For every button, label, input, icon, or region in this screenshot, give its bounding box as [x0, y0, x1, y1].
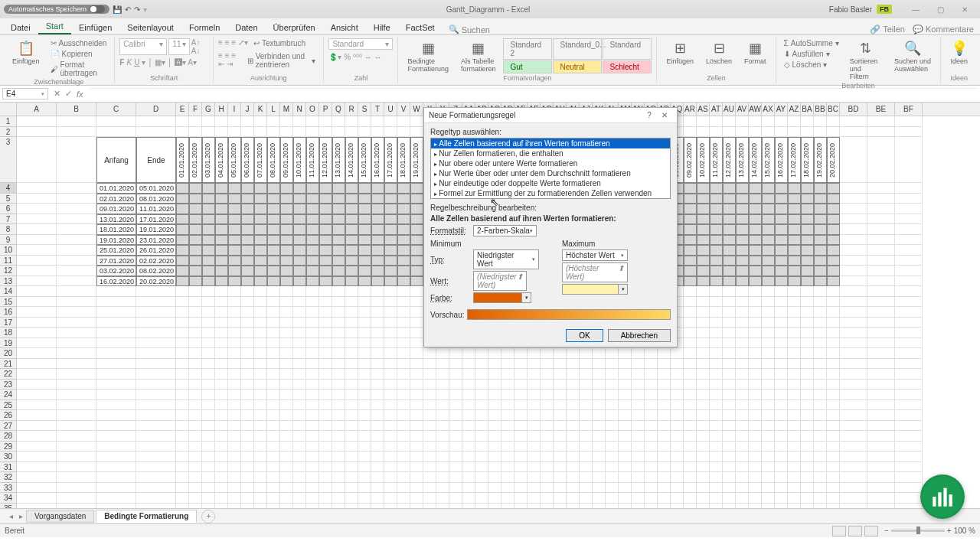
row-header[interactable]: 25	[0, 400, 17, 411]
wrap-text-button[interactable]: ↩ Textumbruch	[250, 38, 309, 48]
view-page-layout-button[interactable]	[848, 526, 862, 536]
maximize-button[interactable]: ▢	[929, 2, 952, 16]
col-header[interactable]: BF	[895, 103, 923, 116]
undo-icon[interactable]: ↶	[125, 5, 131, 14]
conditional-formatting-button[interactable]: ▦Bedingte Formatierung	[403, 38, 453, 74]
add-sheet-button[interactable]: +	[201, 510, 215, 523]
row-header[interactable]: 1	[0, 116, 17, 127]
col-header[interactable]: AT	[710, 103, 723, 116]
style-gut[interactable]: Gut	[503, 60, 552, 73]
share-button[interactable]: 🔗 Teilen	[870, 24, 905, 34]
row-header[interactable]: 22	[0, 369, 17, 380]
tab-ueberpruefen[interactable]: Überprüfen	[266, 21, 323, 34]
save-icon[interactable]: 💾	[113, 5, 122, 14]
row-header[interactable]: 26	[0, 410, 17, 421]
style-neutral[interactable]: Neutral	[553, 60, 602, 73]
row-header[interactable]: 34	[0, 493, 17, 504]
rule-type-item[interactable]: Nur obere oder untere Werte formatieren	[431, 158, 670, 168]
fx-icon[interactable]: fx	[77, 90, 83, 99]
col-header[interactable]: H	[215, 103, 228, 116]
tab-seitenlayout[interactable]: Seitenlayout	[119, 21, 181, 34]
col-header[interactable]: K	[254, 103, 267, 116]
tab-nav-prev[interactable]: ◂	[6, 512, 16, 520]
col-header[interactable]: AY	[775, 103, 788, 116]
ok-button[interactable]: OK	[566, 329, 603, 342]
row-header[interactable]: 9	[0, 235, 17, 246]
col-header[interactable]: U	[384, 103, 397, 116]
col-header[interactable]: O	[306, 103, 319, 116]
row-header[interactable]: 35	[0, 504, 17, 509]
style-standard[interactable]: Standard	[603, 38, 652, 60]
row-header[interactable]: 20	[0, 348, 17, 359]
col-header[interactable]: C	[96, 103, 136, 116]
col-header[interactable]: W	[410, 103, 423, 116]
bold-icon[interactable]: F	[119, 58, 124, 67]
copy-button[interactable]: 📄 Kopieren	[47, 49, 110, 59]
row-header[interactable]: 13	[0, 276, 17, 287]
find-select-button[interactable]: 🔍Suchen und Auswählen	[890, 38, 936, 74]
row-header[interactable]: 16	[0, 307, 17, 318]
formula-input[interactable]	[89, 88, 978, 100]
col-header[interactable]: P	[319, 103, 332, 116]
underline-icon[interactable]: U	[134, 58, 139, 67]
tab-formeln[interactable]: Formeln	[181, 21, 227, 34]
select-all-corner[interactable]	[0, 103, 17, 116]
format-style-select[interactable]: 2-Farben-Skala▾	[473, 225, 537, 236]
format-as-table-button[interactable]: ▦Als Tabelle formatieren	[456, 38, 501, 74]
min-color-select[interactable]: ▾	[473, 292, 531, 303]
row-header[interactable]: 5	[0, 194, 17, 204]
font-size-select[interactable]: 11▾	[168, 38, 189, 55]
col-header[interactable]: M	[280, 103, 293, 116]
enter-icon[interactable]: ✓	[65, 89, 72, 99]
tab-start[interactable]: Start	[38, 19, 71, 34]
row-header[interactable]: 10	[0, 245, 17, 256]
style-schlecht[interactable]: Schlecht	[603, 60, 652, 73]
zoom-out-button[interactable]: −	[884, 527, 889, 535]
sort-filter-button[interactable]: ⇅Sortieren und Filtern	[845, 38, 887, 82]
user-name[interactable]: Fabio Basler	[829, 5, 872, 14]
col-header[interactable]: BC	[827, 103, 840, 116]
style-standard0[interactable]: Standard_0...	[553, 38, 602, 60]
fill-button[interactable]: ⬇ Ausfüllen ▾	[781, 49, 842, 59]
row-header[interactable]: 32	[0, 472, 17, 483]
col-header[interactable]: F	[189, 103, 202, 116]
col-header[interactable]: T	[371, 103, 384, 116]
font-name-select[interactable]: Calibri▾	[119, 38, 167, 55]
row-header[interactable]: 33	[0, 483, 17, 494]
cancel-button[interactable]: Abbrechen	[608, 329, 671, 342]
sheet-tab-bedingte[interactable]: Bedingte Formatierung	[96, 510, 197, 523]
col-header[interactable]: E	[176, 103, 189, 116]
row-header[interactable]: 21	[0, 359, 17, 370]
number-format-select[interactable]: Standard▾	[328, 38, 393, 50]
autosave-toggle[interactable]: Automatisches Speichern	[4, 5, 109, 14]
rule-type-item[interactable]: Formel zur Ermittlung der zu formatieren…	[431, 188, 670, 198]
row-header[interactable]: 29	[0, 442, 17, 452]
tab-nav-next[interactable]: ▸	[16, 512, 26, 520]
minimize-button[interactable]: —	[904, 2, 927, 16]
tab-einfuegen[interactable]: Einfügen	[71, 21, 119, 34]
tab-datei[interactable]: Datei	[3, 21, 38, 34]
clear-button[interactable]: ◇ Löschen ▾	[781, 60, 842, 70]
sheet-tab-vorgangsdaten[interactable]: Vorgangsdaten	[26, 510, 94, 523]
row-header[interactable]: 17	[0, 318, 17, 328]
search-box[interactable]: 🔍 Suchen	[443, 24, 496, 34]
col-header[interactable]: BB	[814, 103, 827, 116]
row-header[interactable]: 15	[0, 297, 17, 308]
col-header[interactable]: AZ	[788, 103, 801, 116]
col-header[interactable]: AR	[684, 103, 697, 116]
col-header[interactable]: D	[136, 103, 176, 116]
tab-daten[interactable]: Daten	[227, 21, 265, 34]
min-value-input[interactable]: (Niedrigster Wert)⬆	[473, 271, 527, 291]
rule-type-item[interactable]: Nur Werte über oder unter dem Durchschni…	[431, 168, 670, 178]
tab-ansicht[interactable]: Ansicht	[323, 21, 366, 34]
col-header[interactable]: S	[358, 103, 371, 116]
row-header[interactable]: 8	[0, 224, 17, 235]
row-header[interactable]: 19	[0, 338, 17, 349]
close-button[interactable]: ✕	[953, 2, 976, 16]
col-header[interactable]: L	[267, 103, 280, 116]
col-header[interactable]: R	[345, 103, 358, 116]
comments-button[interactable]: 💬 Kommentare	[913, 24, 974, 34]
col-header[interactable]: AV	[736, 103, 749, 116]
italic-icon[interactable]: K	[126, 58, 132, 67]
row-header[interactable]: 11	[0, 256, 17, 266]
